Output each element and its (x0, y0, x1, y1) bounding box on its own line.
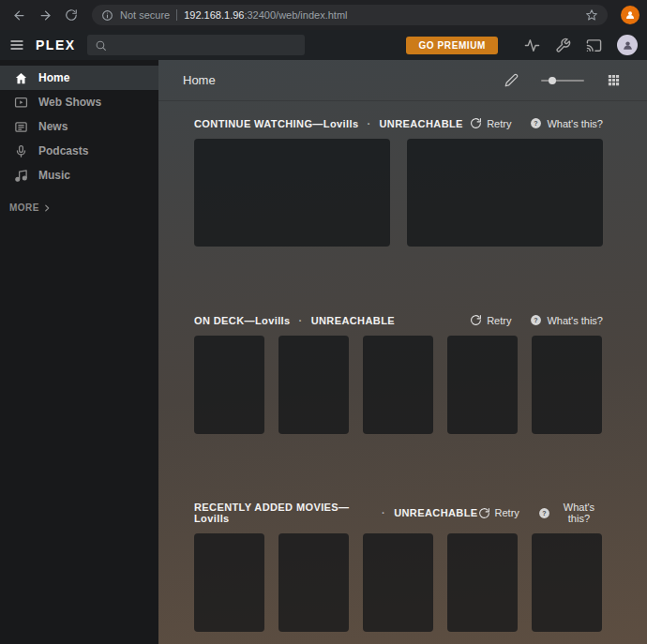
whats-this-button[interactable]: ? What's this? (530, 314, 603, 326)
retry-button[interactable]: Retry (470, 117, 511, 129)
content-header: Home (158, 60, 647, 101)
hub-on-deck: ON DECK—Lovills · UNREACHABLE Retry ? (194, 314, 603, 434)
profile-person-icon (624, 9, 636, 21)
hub-title[interactable]: CONTINUE WATCHING—Lovills (194, 118, 358, 129)
search-input[interactable] (113, 38, 297, 52)
sidebar-item-label: Music (38, 169, 70, 182)
media-card-placeholder (447, 336, 518, 434)
slider-track (541, 80, 584, 82)
user-avatar[interactable] (617, 35, 638, 55)
hub-separator: · (299, 315, 303, 326)
refresh-button[interactable] (60, 4, 83, 26)
grid-view-button[interactable] (607, 73, 621, 87)
sidebar-item-label: Web Shows (38, 96, 101, 109)
hub-title[interactable]: ON DECK—Lovills (194, 315, 291, 326)
hub-continue-watching: CONTINUE WATCHING—Lovills · UNREACHABLE … (194, 117, 603, 247)
music-icon (14, 169, 28, 183)
info-icon[interactable] (101, 9, 113, 22)
menu-icon (9, 37, 24, 52)
edit-home-button[interactable] (504, 73, 519, 87)
edit-icon (504, 73, 519, 87)
user-person-icon (622, 39, 634, 52)
activity-icon (524, 37, 540, 53)
menu-button[interactable] (9, 37, 24, 52)
media-card-placeholder (407, 139, 603, 247)
media-card-placeholder (363, 336, 433, 434)
hub-card-row (194, 533, 603, 632)
slider-knob[interactable] (549, 77, 556, 84)
help-icon: ? (530, 314, 542, 326)
cast-button[interactable] (586, 37, 602, 53)
media-card-placeholder (532, 336, 602, 434)
bookmark-star-icon[interactable] (585, 8, 598, 22)
sidebar-item-label: News (38, 120, 68, 133)
media-card-placeholder (278, 336, 349, 434)
help-icon: ? (538, 507, 550, 519)
svg-text:?: ? (542, 509, 546, 516)
url-host: 192.168.1.96 (184, 9, 244, 21)
retry-button[interactable]: Retry (478, 507, 519, 519)
media-card-placeholder (363, 533, 433, 632)
url-text: 192.168.1.96:32400/web/index.html (184, 9, 347, 21)
forward-button[interactable] (34, 4, 56, 26)
whats-this-button[interactable]: ? What's this? (538, 502, 603, 524)
media-card-placeholder (447, 533, 518, 632)
home-icon (14, 71, 28, 85)
sidebar: Home Web Shows News Podcasts Music (0, 60, 158, 644)
grid-icon (607, 73, 621, 87)
media-card-placeholder (194, 336, 264, 434)
tools-icon (555, 37, 571, 53)
hub-separator: · (382, 507, 385, 518)
hub-card-row (194, 336, 603, 434)
hub-list: CONTINUE WATCHING—Lovills · UNREACHABLE … (158, 101, 647, 632)
media-card-placeholder (194, 139, 390, 247)
more-label: MORE (9, 202, 39, 213)
plex-navbar: PLEX GO PREMIUM (0, 30, 647, 60)
browser-profile-avatar[interactable] (621, 6, 639, 24)
chevron-right-icon (42, 203, 52, 213)
media-card-placeholder (532, 533, 602, 632)
plex-logo[interactable]: PLEX (36, 37, 76, 52)
web-shows-icon (14, 96, 28, 110)
sidebar-item-label: Home (38, 71, 69, 84)
sidebar-item-label: Podcasts (38, 144, 88, 157)
media-card-placeholder (278, 533, 349, 632)
search-box (87, 35, 305, 55)
back-button[interactable] (8, 4, 30, 26)
news-icon (14, 120, 28, 134)
page-title: Home (183, 73, 216, 87)
hub-status: UNREACHABLE (311, 315, 395, 326)
tools-button[interactable] (555, 37, 571, 53)
sidebar-item-news[interactable]: News (0, 114, 158, 139)
activity-button[interactable] (524, 37, 540, 53)
back-icon (12, 8, 26, 22)
sidebar-item-music[interactable]: Music (0, 163, 158, 187)
podcasts-icon (14, 144, 28, 158)
hub-status: UNREACHABLE (394, 507, 477, 518)
forward-icon (38, 8, 53, 22)
svg-text:?: ? (534, 120, 538, 127)
sidebar-more-button[interactable]: MORE (0, 202, 158, 213)
go-premium-button[interactable]: GO PREMIUM (406, 37, 498, 54)
svg-text:?: ? (534, 317, 538, 323)
main-content: Home (158, 60, 647, 644)
omnibox-divider (176, 9, 177, 21)
search-icon (95, 39, 107, 52)
retry-button[interactable]: Retry (470, 314, 511, 326)
whats-this-button[interactable]: ? What's this? (530, 117, 603, 129)
hub-title[interactable]: RECENTLY ADDED MOVIES—Lovills (194, 502, 373, 524)
hub-card-row (194, 139, 603, 247)
url-path: :32400/web/index.html (244, 9, 347, 21)
sidebar-item-web-shows[interactable]: Web Shows (0, 90, 158, 114)
hub-status: UNREACHABLE (380, 118, 463, 129)
browser-toolbar: Not secure 192.168.1.96:32400/web/index.… (0, 0, 647, 30)
hub-separator: · (367, 118, 370, 129)
card-size-slider[interactable] (541, 74, 584, 87)
hub-recently-added-movies: RECENTLY ADDED MOVIES—Lovills · UNREACHA… (194, 502, 603, 632)
address-bar[interactable]: Not secure 192.168.1.96:32400/web/index.… (92, 5, 608, 25)
retry-icon (478, 507, 490, 519)
sidebar-item-home[interactable]: Home (0, 66, 158, 90)
retry-icon (470, 314, 482, 326)
retry-icon (470, 117, 482, 129)
sidebar-item-podcasts[interactable]: Podcasts (0, 139, 158, 163)
